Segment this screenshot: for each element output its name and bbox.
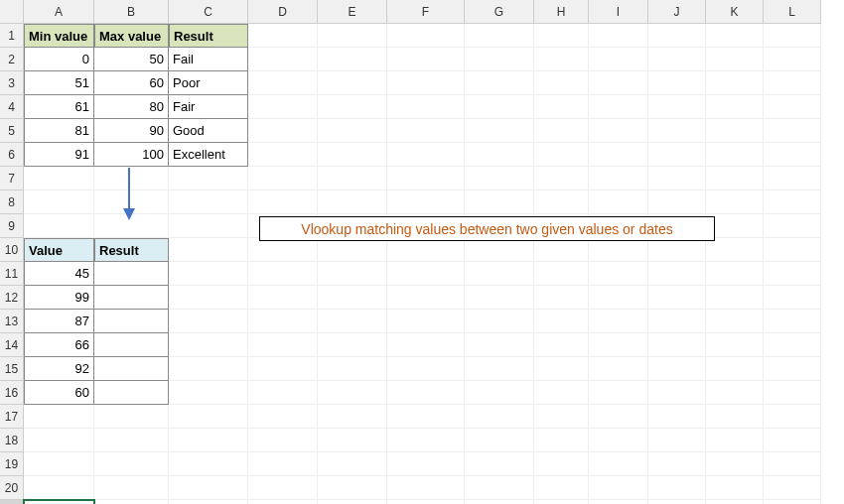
cell-A16[interactable]: 60 bbox=[24, 381, 94, 405]
cell-F12[interactable] bbox=[387, 286, 465, 310]
cell-B17[interactable] bbox=[94, 405, 169, 429]
cell-J7[interactable] bbox=[648, 167, 706, 190]
cell-C3[interactable]: Poor bbox=[169, 71, 248, 95]
cell-H6[interactable] bbox=[534, 143, 589, 167]
cell-A9[interactable] bbox=[24, 214, 94, 238]
cell-D8[interactable] bbox=[248, 190, 318, 214]
cell-H13[interactable] bbox=[534, 310, 589, 333]
cell-E19[interactable] bbox=[318, 452, 387, 476]
row-header-14[interactable]: 14 bbox=[0, 333, 24, 357]
cell-G6[interactable] bbox=[465, 143, 534, 167]
row-header-16[interactable]: 16 bbox=[0, 381, 24, 405]
cell-A19[interactable] bbox=[24, 452, 94, 476]
cell-K16[interactable] bbox=[706, 381, 764, 405]
cell-D6[interactable] bbox=[248, 143, 318, 167]
cell-L19[interactable] bbox=[764, 452, 821, 476]
cell-H3[interactable] bbox=[534, 71, 589, 95]
cell-I11[interactable] bbox=[589, 262, 648, 286]
cell-F2[interactable] bbox=[387, 48, 465, 71]
cell-G3[interactable] bbox=[465, 71, 534, 95]
cell-J20[interactable] bbox=[648, 476, 706, 500]
cell-A1[interactable]: Min value bbox=[24, 24, 94, 48]
cell-A7[interactable] bbox=[24, 167, 94, 190]
cell-G21[interactable] bbox=[465, 500, 534, 504]
col-header-L[interactable]: L bbox=[764, 0, 821, 24]
cell-K14[interactable] bbox=[706, 333, 764, 357]
cell-K1[interactable] bbox=[706, 24, 764, 48]
cell-G20[interactable] bbox=[465, 476, 534, 500]
cell-D17[interactable] bbox=[248, 405, 318, 429]
cell-C16[interactable] bbox=[169, 381, 248, 405]
spreadsheet-grid[interactable]: A B C D E F G H I J K L 1 Min value Max … bbox=[0, 0, 844, 504]
cell-A21-selected[interactable] bbox=[24, 500, 94, 504]
cell-I13[interactable] bbox=[589, 310, 648, 333]
row-header-6[interactable]: 6 bbox=[0, 143, 24, 167]
row-header-12[interactable]: 12 bbox=[0, 286, 24, 310]
cell-H10[interactable] bbox=[534, 238, 589, 262]
row-header-10[interactable]: 10 bbox=[0, 238, 24, 262]
cell-G15[interactable] bbox=[465, 357, 534, 381]
cell-J11[interactable] bbox=[648, 262, 706, 286]
cell-B3[interactable]: 60 bbox=[94, 71, 169, 95]
cell-A14[interactable]: 66 bbox=[24, 333, 94, 357]
cell-H7[interactable] bbox=[534, 167, 589, 190]
cell-A13[interactable]: 87 bbox=[24, 310, 94, 333]
cell-H5[interactable] bbox=[534, 119, 589, 143]
cell-G8[interactable] bbox=[465, 190, 534, 214]
cell-B20[interactable] bbox=[94, 476, 169, 500]
cell-H19[interactable] bbox=[534, 452, 589, 476]
cell-H12[interactable] bbox=[534, 286, 589, 310]
cell-F5[interactable] bbox=[387, 119, 465, 143]
cell-J15[interactable] bbox=[648, 357, 706, 381]
cell-L6[interactable] bbox=[764, 143, 821, 167]
cell-F1[interactable] bbox=[387, 24, 465, 48]
row-header-20[interactable]: 20 bbox=[0, 476, 24, 500]
cell-E4[interactable] bbox=[318, 95, 387, 119]
cell-I2[interactable] bbox=[589, 48, 648, 71]
cell-A3[interactable]: 51 bbox=[24, 71, 94, 95]
row-header-13[interactable]: 13 bbox=[0, 310, 24, 333]
cell-C14[interactable] bbox=[169, 333, 248, 357]
cell-D19[interactable] bbox=[248, 452, 318, 476]
cell-B21[interactable] bbox=[94, 500, 169, 504]
cell-C21[interactable] bbox=[169, 500, 248, 504]
cell-I5[interactable] bbox=[589, 119, 648, 143]
cell-J5[interactable] bbox=[648, 119, 706, 143]
cell-J2[interactable] bbox=[648, 48, 706, 71]
cell-E13[interactable] bbox=[318, 310, 387, 333]
cell-F14[interactable] bbox=[387, 333, 465, 357]
cell-G1[interactable] bbox=[465, 24, 534, 48]
cell-J17[interactable] bbox=[648, 405, 706, 429]
row-header-17[interactable]: 17 bbox=[0, 405, 24, 429]
cell-E11[interactable] bbox=[318, 262, 387, 286]
cell-A15[interactable]: 92 bbox=[24, 357, 94, 381]
cell-A4[interactable]: 61 bbox=[24, 95, 94, 119]
col-header-C[interactable]: C bbox=[169, 0, 248, 24]
row-header-9[interactable]: 9 bbox=[0, 214, 24, 238]
cell-J10[interactable] bbox=[648, 238, 706, 262]
col-header-K[interactable]: K bbox=[706, 0, 764, 24]
cell-F11[interactable] bbox=[387, 262, 465, 286]
cell-A5[interactable]: 81 bbox=[24, 119, 94, 143]
cell-F18[interactable] bbox=[387, 429, 465, 452]
col-header-D[interactable]: D bbox=[248, 0, 318, 24]
cell-J16[interactable] bbox=[648, 381, 706, 405]
cell-E10[interactable] bbox=[318, 238, 387, 262]
cell-J21[interactable] bbox=[648, 500, 706, 504]
cell-L5[interactable] bbox=[764, 119, 821, 143]
cell-J12[interactable] bbox=[648, 286, 706, 310]
cell-J4[interactable] bbox=[648, 95, 706, 119]
cell-B15[interactable] bbox=[94, 357, 169, 381]
cell-I19[interactable] bbox=[589, 452, 648, 476]
cell-I7[interactable] bbox=[589, 167, 648, 190]
cell-L4[interactable] bbox=[764, 95, 821, 119]
cell-F21[interactable] bbox=[387, 500, 465, 504]
row-header-18[interactable]: 18 bbox=[0, 429, 24, 452]
cell-C20[interactable] bbox=[169, 476, 248, 500]
cell-L3[interactable] bbox=[764, 71, 821, 95]
cell-E18[interactable] bbox=[318, 429, 387, 452]
cell-C2[interactable]: Fail bbox=[169, 48, 248, 71]
cell-K17[interactable] bbox=[706, 405, 764, 429]
cell-J14[interactable] bbox=[648, 333, 706, 357]
cell-B16[interactable] bbox=[94, 381, 169, 405]
